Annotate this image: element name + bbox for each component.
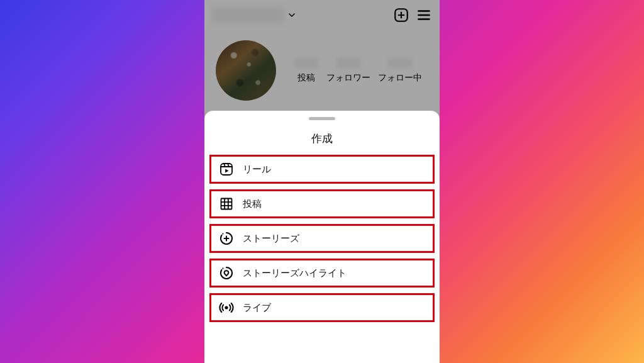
create-option-live[interactable]: ライブ [209,293,435,322]
create-option-label: 投稿 [243,198,262,210]
svg-point-18 [225,306,228,309]
gradient-background: 投稿 フォロワー フォロー中 作成 [0,0,644,363]
create-option-reel[interactable]: リール [209,155,435,184]
grid-icon [219,196,234,211]
sheet-handle[interactable] [309,117,335,120]
create-option-story[interactable]: ストーリーズ [209,224,435,253]
create-option-label: ストーリーズ [243,233,299,245]
create-option-post[interactable]: 投稿 [209,189,435,218]
create-option-label: ライブ [243,302,271,314]
svg-rect-11 [221,199,232,209]
live-icon [219,300,234,315]
create-option-label: リール [243,164,271,176]
story-icon [219,231,234,246]
reel-icon [219,162,234,177]
svg-marker-10 [225,169,228,173]
highlight-icon [219,265,234,281]
create-sheet: 作成 リール 投稿 [204,111,440,363]
sheet-title: 作成 [204,131,440,146]
phone-frame: 投稿 フォロワー フォロー中 作成 [204,0,440,363]
create-options-list: リール 投稿 ストーリーズ [204,155,440,322]
create-option-highlight[interactable]: ストーリーズハイライト [209,259,435,288]
svg-rect-6 [221,164,232,175]
create-option-label: ストーリーズハイライト [243,267,347,279]
